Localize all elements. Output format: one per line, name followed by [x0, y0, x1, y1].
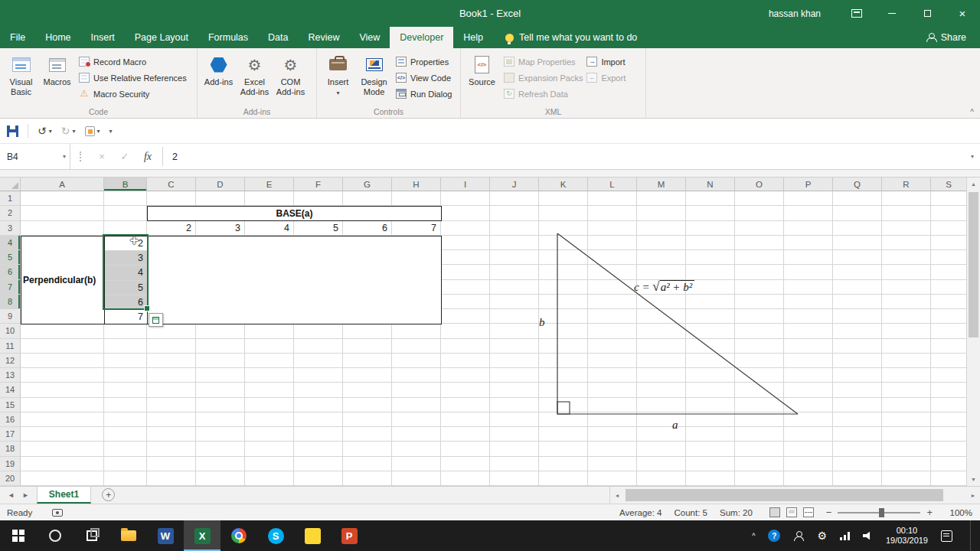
undo-button[interactable]: ↺▾: [38, 125, 52, 137]
cell-region[interactable]: [104, 206, 147, 220]
cell-region[interactable]: [104, 324, 147, 338]
cell-region[interactable]: [21, 191, 104, 206]
cell-region[interactable]: [147, 339, 966, 354]
cell-region[interactable]: [104, 457, 147, 471]
normal-view-icon[interactable]: [769, 507, 780, 517]
cancel-button[interactable]: ×: [90, 144, 113, 169]
cell-region[interactable]: [147, 191, 966, 206]
cell-region[interactable]: [21, 324, 104, 338]
cell-region[interactable]: [21, 354, 104, 368]
com-add-ins-button[interactable]: ⚙ COM Add-ins: [273, 51, 309, 97]
cell-region[interactable]: [147, 295, 966, 309]
export-button[interactable]: ← Export: [586, 73, 626, 83]
zoom-slider[interactable]: [838, 512, 920, 514]
cell-region[interactable]: [147, 265, 966, 279]
cell-region[interactable]: [21, 221, 104, 236]
customize-qat-button[interactable]: ▾: [109, 127, 113, 135]
tab-developer[interactable]: Developer: [390, 27, 453, 48]
cell-region[interactable]: [21, 265, 104, 279]
macros-button[interactable]: Macros: [39, 51, 75, 87]
scroll-up-icon[interactable]: ▲: [967, 178, 980, 191]
source-button[interactable]: </> Source: [464, 51, 500, 87]
chrome-taskbar-button[interactable]: [220, 520, 257, 551]
row-header-5[interactable]: 5: [0, 250, 21, 265]
action-center-icon[interactable]: [941, 530, 952, 542]
cell-region[interactable]: [147, 412, 966, 427]
enter-button[interactable]: ✓: [113, 144, 136, 169]
row-header-7[interactable]: 7: [0, 280, 21, 295]
cell-region[interactable]: [104, 368, 147, 383]
ribbon-display-options-button[interactable]: [839, 0, 874, 27]
cell-region[interactable]: [147, 221, 966, 236]
vertical-scrollbar[interactable]: ▲ ▼: [966, 178, 980, 486]
row-header-6[interactable]: 6: [0, 265, 21, 279]
start-button[interactable]: [0, 520, 37, 551]
cell-region[interactable]: [147, 250, 966, 265]
cell-region[interactable]: [21, 236, 104, 250]
cell-region[interactable]: [104, 295, 147, 309]
excel-add-ins-button[interactable]: ⚙ Excel Add-ins: [237, 51, 273, 97]
macro-record-status-icon[interactable]: [52, 509, 63, 517]
add-ins-button[interactable]: Add-ins: [201, 51, 237, 87]
cell-region[interactable]: [147, 309, 966, 324]
run-dialog-button[interactable]: Run Dialog: [396, 89, 452, 99]
tab-page-layout[interactable]: Page Layout: [125, 27, 198, 48]
column-header-O[interactable]: O: [735, 178, 784, 191]
select-all-corner[interactable]: [0, 178, 21, 191]
row-header-1[interactable]: 1: [0, 191, 21, 206]
cell-region[interactable]: [104, 236, 147, 250]
tab-file[interactable]: File: [0, 27, 35, 48]
page-break-view-icon[interactable]: [803, 507, 814, 517]
cell-region[interactable]: [147, 398, 966, 412]
cell-region[interactable]: [21, 471, 104, 486]
cell-region[interactable]: [147, 236, 966, 250]
cell-region[interactable]: [21, 206, 104, 220]
tab-home[interactable]: Home: [35, 27, 80, 48]
save-button[interactable]: [7, 126, 18, 137]
expansion-packs-button[interactable]: Expansion Packs: [504, 73, 583, 83]
map-properties-button[interactable]: Map Properties: [504, 57, 583, 67]
powerpoint-taskbar-button[interactable]: P: [331, 520, 368, 551]
cell-region[interactable]: [21, 412, 104, 427]
column-header-R[interactable]: R: [882, 178, 931, 191]
view-code-button[interactable]: </> View Code: [396, 73, 452, 83]
help-tray-icon[interactable]: ?: [768, 530, 780, 542]
column-header-B[interactable]: B: [104, 178, 147, 191]
network-tray-icon[interactable]: [840, 532, 850, 540]
cell-region[interactable]: [104, 412, 147, 427]
zoom-slider-thumb[interactable]: [879, 508, 884, 517]
touch-mode-dropdown-icon[interactable]: ▾: [97, 128, 100, 135]
people-tray-icon[interactable]: [793, 531, 804, 541]
redo-dropdown-icon[interactable]: ▾: [72, 128, 75, 135]
column-header-G[interactable]: G: [343, 178, 392, 191]
record-macro-button[interactable]: Record Macro: [79, 57, 187, 67]
column-header-I[interactable]: I: [441, 178, 490, 191]
cell-region[interactable]: [21, 383, 104, 397]
cell-region[interactable]: [147, 471, 966, 486]
cell-region[interactable]: [147, 354, 966, 368]
file-explorer-button[interactable]: [110, 520, 147, 551]
cell-region[interactable]: [21, 457, 104, 471]
cell-region[interactable]: [21, 442, 104, 456]
name-box-dropdown-icon[interactable]: ▾: [63, 153, 66, 160]
row-header-12[interactable]: 12: [0, 354, 21, 368]
column-header-D[interactable]: D: [196, 178, 245, 191]
column-header-Q[interactable]: Q: [833, 178, 882, 191]
formula-input[interactable]: 2: [166, 144, 965, 169]
minimize-button[interactable]: [874, 0, 910, 27]
column-header-J[interactable]: J: [490, 178, 539, 191]
use-relative-references-button[interactable]: Use Relative References: [79, 73, 187, 83]
cell-region[interactable]: [104, 427, 147, 442]
column-header-S[interactable]: S: [931, 178, 966, 191]
vscroll-thumb[interactable]: [969, 192, 978, 337]
row-header-15[interactable]: 15: [0, 398, 21, 412]
cell-region[interactable]: [147, 206, 966, 220]
taskbar-clock[interactable]: 00:10 19/03/2019: [886, 526, 928, 546]
sheet-nav-right-icon[interactable]: ►: [22, 491, 29, 499]
column-header-F[interactable]: F: [294, 178, 343, 191]
tab-help[interactable]: Help: [453, 27, 493, 48]
column-header-A[interactable]: A: [21, 178, 104, 191]
row-header-10[interactable]: 10: [0, 324, 21, 338]
column-header-E[interactable]: E: [245, 178, 294, 191]
tray-expand-icon[interactable]: ^: [752, 532, 755, 540]
